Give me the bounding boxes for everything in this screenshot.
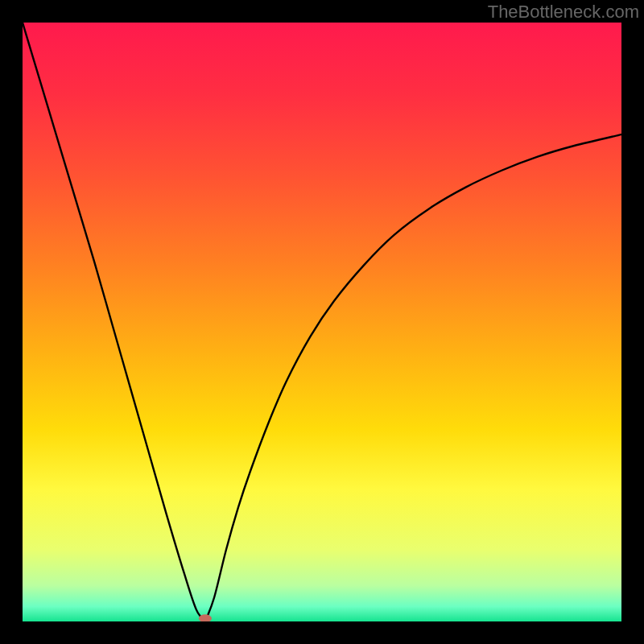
plot-area: [23, 23, 621, 621]
chart-frame: TheBottleneck.com: [0, 0, 644, 644]
plot-svg: [23, 23, 621, 621]
watermark-label: TheBottleneck.com: [488, 2, 639, 23]
